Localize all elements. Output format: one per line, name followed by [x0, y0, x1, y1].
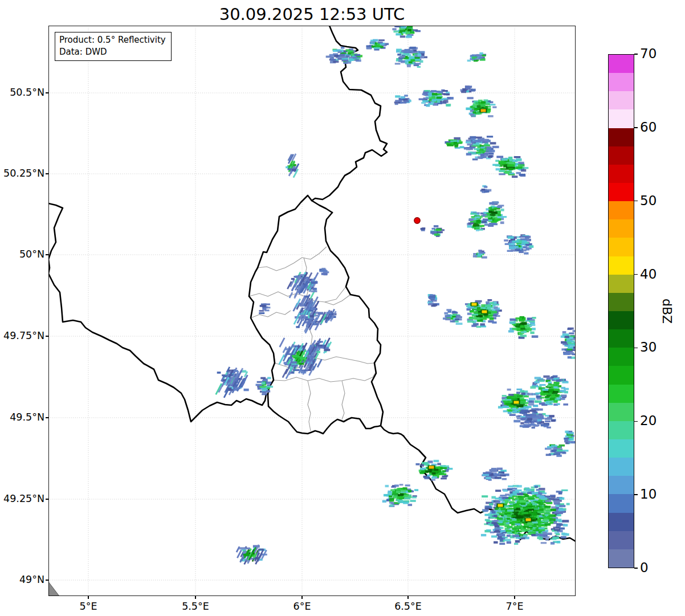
colorbar-segment: [609, 421, 634, 439]
colorbar-tick-label: 30: [640, 340, 657, 354]
colorbar-segment: [609, 165, 634, 183]
colorbar-segment: [609, 531, 634, 549]
y-tick-mark: [46, 417, 48, 418]
colorbar-segment: [609, 91, 634, 109]
colorbar-tick-label: 60: [640, 120, 657, 134]
y-tick-label: 50.5°N: [0, 87, 44, 98]
colorbar-segment: [609, 275, 634, 293]
colorbar-segment: [609, 385, 634, 403]
colorbar-segment: [609, 403, 634, 421]
colorbar-segment: [609, 311, 634, 329]
y-tick-mark: [46, 92, 48, 93]
corner-terrain-patch: [48, 582, 59, 596]
radar-echoes: [216, 26, 576, 564]
colorbar-segment: [609, 494, 634, 512]
y-tick-label: 49.5°N: [0, 411, 44, 423]
x-tick-mark: [195, 596, 195, 599]
colorbar-tick-mark: [634, 494, 638, 495]
colorbar-segment: [609, 219, 634, 238]
figure-title: 30.09.2025 12:53 UTC: [48, 5, 576, 24]
y-tick-label: 49.75°N: [0, 330, 44, 341]
radar-figure: 30.09.2025 12:53 UTC Product: 0.5° Refle…: [0, 0, 685, 616]
colorbar-segment: [609, 513, 634, 531]
y-tick-mark: [46, 254, 48, 255]
colorbar-tick-mark: [634, 348, 638, 348]
y-tick-label: 50.25°N: [0, 168, 44, 179]
colorbar-tick-label: 20: [640, 413, 657, 428]
colorbar-segment: [609, 238, 634, 256]
colorbar-tick-label: 50: [640, 193, 657, 208]
colorbar-tick-label: 40: [640, 267, 657, 282]
colorbar-segment: [609, 146, 634, 165]
colorbar-tick-label: 10: [640, 487, 657, 501]
y-tick-label: 49°N: [0, 574, 44, 585]
colorbar-segment: [609, 256, 634, 275]
radar-station-marker: [414, 218, 420, 223]
colorbar-tick-mark: [634, 54, 638, 54]
y-tick-mark: [46, 173, 48, 174]
x-tick-label: 7°E: [489, 601, 540, 612]
y-tick-label: 49.25°N: [0, 493, 44, 504]
colorbar-segment: [609, 476, 634, 494]
colorbar-tick-label: 70: [640, 46, 657, 61]
colorbar-segment: [609, 109, 634, 128]
colorbar-segment: [609, 293, 634, 311]
colorbar-segment: [609, 128, 634, 146]
colorbar-segment: [609, 73, 634, 91]
x-tick-label: 5°E: [63, 601, 114, 612]
colorbar-segment: [609, 348, 634, 366]
colorbar-tick-mark: [634, 201, 638, 201]
colorbar-axis-label: dBZ: [660, 299, 674, 324]
colorbar-segment: [609, 366, 634, 384]
colorbar-segment: [609, 55, 634, 73]
y-tick-label: 50°N: [0, 248, 44, 260]
colorbar-tick-mark: [634, 127, 638, 128]
y-tick-mark: [46, 499, 48, 499]
colorbar-segment: [609, 439, 634, 458]
radar-map: [48, 26, 576, 596]
colorbar-segment: [609, 183, 634, 201]
reflectivity-colorbar: [608, 54, 634, 568]
colorbar-segment: [609, 458, 634, 476]
colorbar-segment: [609, 201, 634, 219]
colorbar-tick-mark: [634, 421, 638, 422]
y-tick-mark: [46, 336, 48, 336]
x-tick-label: 5.5°E: [170, 601, 221, 612]
y-tick-mark: [46, 580, 48, 580]
x-tick-mark: [88, 596, 88, 599]
product-line: Product: 0.5° Reflectivity: [59, 34, 166, 46]
x-tick-label: 6.5°E: [382, 601, 434, 612]
x-tick-mark: [301, 596, 302, 599]
product-info-box: Product: 0.5° Reflectivity Data: DWD: [55, 32, 172, 61]
x-tick-label: 6°E: [276, 601, 328, 612]
data-source-line: Data: DWD: [59, 46, 166, 58]
colorbar-tick-mark: [634, 274, 638, 275]
colorbar-tick-mark: [634, 568, 638, 568]
colorbar-segment: [609, 329, 634, 348]
colorbar-tick-label: 0: [640, 560, 649, 575]
x-tick-mark: [514, 596, 515, 599]
x-tick-mark: [407, 596, 408, 599]
colorbar-segment: [609, 549, 634, 568]
